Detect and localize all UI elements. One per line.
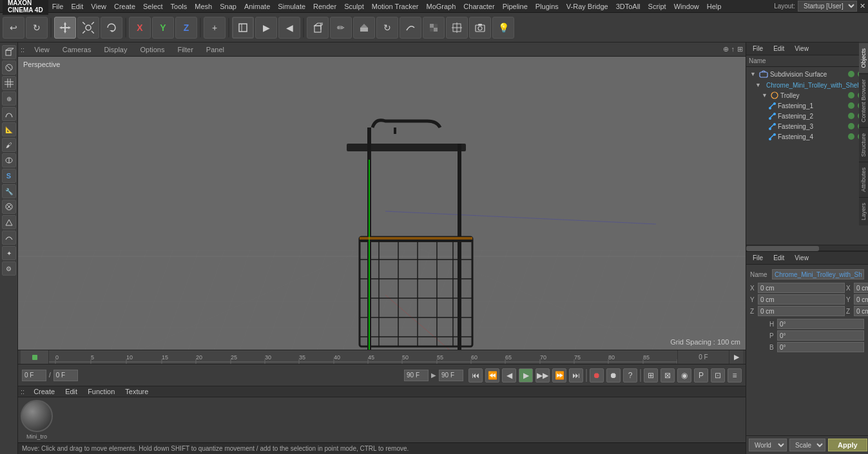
- menu-edit[interactable]: Edit: [67, 1, 87, 12]
- left-tool-poly[interactable]: [2, 61, 16, 75]
- motion2-btn[interactable]: ◉: [677, 368, 691, 383]
- left-tool-brush[interactable]: [2, 200, 16, 214]
- left-tool-measure[interactable]: 📐: [2, 122, 16, 137]
- coord-z-input[interactable]: [758, 306, 845, 316]
- rotate-tool-btn[interactable]: [101, 17, 122, 39]
- viewport-tab-display[interactable]: Display: [98, 44, 133, 55]
- pose-btn[interactable]: P: [694, 368, 708, 383]
- end-frame-input[interactable]: [439, 370, 463, 381]
- attr-menu-file[interactable]: File: [749, 253, 767, 263]
- menu-animate[interactable]: Animate: [240, 1, 274, 12]
- viewport-tab-filter[interactable]: Filter: [171, 44, 198, 55]
- coord-y2-input[interactable]: [854, 294, 868, 305]
- jump-end-btn[interactable]: ⏭: [569, 368, 583, 383]
- add-obj-btn[interactable]: +: [204, 17, 226, 39]
- material-preview-sphere[interactable]: [21, 400, 53, 432]
- layout-dropdown[interactable]: Startup [User]: [798, 1, 857, 12]
- close-icon[interactable]: ✕: [860, 2, 865, 10]
- obj-visible-dot6[interactable]: [848, 123, 854, 129]
- left-tool-gear[interactable]: ⚙: [2, 261, 16, 276]
- coord-space-dropdown[interactable]: World Object: [749, 439, 787, 451]
- redo-btn[interactable]: ↻: [26, 17, 48, 39]
- timeline-ruler[interactable]: 0 5 10 15 20 25 30 35 40: [49, 350, 677, 364]
- left-tool-star[interactable]: ✦: [2, 246, 16, 260]
- left-tool-magnet[interactable]: 🔧: [2, 184, 16, 198]
- pen-btn[interactable]: ✏: [330, 17, 352, 39]
- menu-plugins[interactable]: Plugins: [532, 1, 563, 12]
- record-auto-btn[interactable]: ⏺: [606, 368, 621, 383]
- obj-menu-view[interactable]: View: [791, 44, 813, 53]
- obj-visible-dot5[interactable]: [848, 113, 854, 119]
- tab-attributes[interactable]: Attributes: [859, 162, 868, 197]
- coord-y-input[interactable]: [758, 294, 845, 305]
- record-options-btn[interactable]: ?: [623, 368, 637, 383]
- timeline-list-btn[interactable]: ≡: [728, 368, 742, 383]
- obj-trolley-main[interactable]: ▼ Chrome_Mini_Trolley_with_Shelf_: [747, 80, 867, 90]
- viewport-tab-cameras[interactable]: Cameras: [57, 44, 97, 55]
- panel-scrollbar[interactable]: [746, 245, 868, 251]
- play-rev-transport-btn[interactable]: ◀: [502, 368, 516, 383]
- obj-subdivision-surface[interactable]: ▼ Subdivision Surface: [747, 68, 867, 80]
- obj-fastening-2[interactable]: Fastening_2: [747, 111, 867, 121]
- menu-create[interactable]: Create: [110, 1, 139, 12]
- next-frame-btn[interactable]: ⏩: [552, 368, 566, 383]
- left-tool-paint[interactable]: 🖌: [2, 138, 16, 152]
- obj-fastening-1[interactable]: Fastening_1: [747, 100, 867, 111]
- menu-mesh[interactable]: Mesh: [191, 1, 216, 12]
- viewport-3d[interactable]: X Y Z: [18, 57, 746, 350]
- obj-visible-dot7[interactable]: [848, 133, 854, 140]
- menu-3dtoall[interactable]: 3DToAll: [612, 1, 644, 12]
- mat-menu-create[interactable]: Create: [30, 386, 59, 397]
- mat-menu-function[interactable]: Function: [84, 386, 119, 397]
- menu-script[interactable]: Script: [644, 1, 670, 12]
- play-rev-btn[interactable]: ◀: [278, 17, 300, 39]
- coord-p-input[interactable]: [777, 330, 864, 341]
- record-transport-btn[interactable]: ⏺: [590, 368, 604, 383]
- menu-window[interactable]: Window: [670, 1, 703, 12]
- menu-render[interactable]: Render: [309, 1, 340, 12]
- attr-menu-view[interactable]: View: [791, 253, 813, 263]
- current-frame-input[interactable]: [22, 370, 46, 381]
- obj-trolley[interactable]: ▼ Trolley: [747, 90, 867, 100]
- obj-menu-edit[interactable]: Edit: [769, 44, 788, 53]
- cube-btn[interactable]: [307, 17, 329, 39]
- material-item[interactable]: Mini_tro: [21, 400, 53, 440]
- menu-snap[interactable]: Snap: [216, 1, 240, 12]
- extrude-btn[interactable]: [353, 17, 375, 39]
- scale-tool-btn[interactable]: [77, 17, 99, 39]
- menu-vray-bridge[interactable]: V-Ray Bridge: [563, 1, 612, 12]
- left-tool-s[interactable]: S: [2, 169, 16, 183]
- coord-x2-input[interactable]: [854, 283, 868, 293]
- viewport-lock-icon[interactable]: ⊕: [723, 45, 729, 53]
- path-btn[interactable]: [400, 17, 421, 39]
- menu-sculpt[interactable]: Sculpt: [340, 1, 368, 12]
- z-axis-btn[interactable]: Z: [175, 17, 197, 39]
- record-btn[interactable]: [232, 17, 254, 39]
- left-tool-sculpt[interactable]: [2, 153, 16, 167]
- coord-x-input[interactable]: [758, 283, 845, 293]
- viewport-fullscreen-icon[interactable]: ⊞: [737, 45, 743, 53]
- x-axis-btn[interactable]: X: [129, 17, 151, 39]
- attr-name-input[interactable]: [772, 269, 864, 279]
- menu-view[interactable]: View: [87, 1, 110, 12]
- nla-btn[interactable]: ⊠: [661, 368, 675, 383]
- menu-simulate[interactable]: Simulate: [274, 1, 309, 12]
- menu-file[interactable]: File: [48, 1, 68, 12]
- timeline-area[interactable]: 0 5 10 15 20 25 30 35 40: [18, 350, 746, 364]
- jump-start-btn[interactable]: ⏮: [468, 368, 483, 383]
- menu-tools[interactable]: Tools: [167, 1, 191, 12]
- tab-content-browser[interactable]: Content Browser: [859, 73, 868, 128]
- left-tool-grid[interactable]: [2, 76, 16, 90]
- move-tool-btn[interactable]: [54, 17, 76, 39]
- viewport-tab-panel[interactable]: Panel: [200, 44, 230, 55]
- checker-btn[interactable]: [423, 17, 445, 39]
- viewport-tab-view[interactable]: View: [28, 44, 55, 55]
- attr-menu-edit[interactable]: Edit: [769, 253, 788, 263]
- play-transport-btn[interactable]: ▶: [519, 368, 533, 383]
- left-tool-twist[interactable]: [2, 231, 16, 245]
- obj-fastening-4[interactable]: Fastening_4: [747, 131, 867, 142]
- light-btn[interactable]: 💡: [492, 17, 514, 39]
- obj-visible-dot4[interactable]: [848, 102, 854, 109]
- apply-button[interactable]: Apply: [828, 439, 867, 451]
- menu-pipeline[interactable]: Pipeline: [499, 1, 532, 12]
